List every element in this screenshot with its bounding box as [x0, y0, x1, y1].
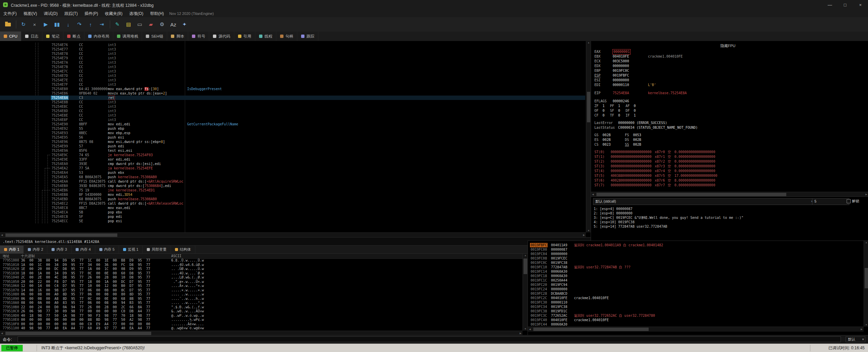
- scroll-right-icon[interactable]: ▶: [583, 233, 585, 237]
- dump-row[interactable]: 779511004098987740EAA47760A9977740EAA477…: [0, 326, 522, 331]
- disasm-row[interactable]: 75254E9255push ebp: [0, 126, 585, 131]
- menu-item[interactable]: 帮助(H): [147, 11, 167, 17]
- scrollbar-thumb[interactable]: [5, 233, 117, 237]
- register-row[interactable]: EAX00000001: [591, 49, 862, 54]
- scroll-down-icon[interactable]: ▼: [864, 323, 868, 327]
- menu-item[interactable]: 文件(F): [0, 11, 20, 17]
- stack-row[interactable]: 0019FC10772847AB返回到 user32.772847AB 自 ??…: [528, 265, 863, 269]
- dump-row[interactable]: 7795109006000800A88D95770C000E00688B9577…: [0, 297, 522, 301]
- disasm-row[interactable]: 75254E9A85F6test esi,esi: [0, 148, 585, 153]
- stack-row[interactable]: 0019FC0000000087: [528, 247, 863, 252]
- patches-button[interactable]: ▤: [123, 20, 134, 29]
- disasm-row[interactable]: 75254EA0393Ecmp dword ptr ds:[esi],edi: [0, 162, 585, 166]
- scroll-up-icon[interactable]: ▲: [586, 41, 591, 44]
- tab-log[interactable]: 日志: [21, 32, 42, 41]
- disasm-row[interactable]: 75254E860FB640 02movzx eax,byte ptr ds:[…: [0, 91, 585, 96]
- disasm-row[interactable]: 75254ECB5Fpop edi: [0, 214, 585, 219]
- stack-row[interactable]: 0019FC1400060A30: [528, 269, 863, 274]
- bottom-tab-struct[interactable]: 结构体: [171, 246, 195, 253]
- stack-row[interactable]: 0019FC0C0019FC38: [528, 261, 863, 265]
- pause-button[interactable]: ▮▮: [52, 20, 62, 29]
- disasm-row[interactable]: 75254EA568 B08A3075push kernelbase.75308…: [0, 175, 585, 179]
- disasm-row[interactable]: 75254E76CCint3: [0, 43, 585, 47]
- disasm-row[interactable]: 75254EA277 5Aja kernelbase.75254EFE: [0, 166, 585, 170]
- step-into-button[interactable]: ↓: [63, 20, 73, 29]
- fpu-register-row[interactable]: ST(2)00000000000000000000x87r2空0.0000000…: [591, 159, 862, 164]
- fpu-register-row[interactable]: ST(7)00000000000000000000x87r7空0.0000000…: [591, 183, 862, 188]
- memory-ruler-button[interactable]: ▭: [135, 20, 145, 29]
- disasm-row[interactable]: 75254EBD68 B08A3075push kernelbase.75308…: [0, 197, 585, 201]
- dump-row[interactable]: 779510B022002400D00A9477260028002C668A77…: [0, 305, 522, 310]
- scroll-left-icon[interactable]: ◀: [592, 192, 594, 197]
- favourites-button[interactable]: ✦: [179, 20, 190, 29]
- maximize-button[interactable]: □: [837, 0, 853, 10]
- disasm-row[interactable]: 75254E8AC3ret: [0, 96, 585, 100]
- disasm-row[interactable]: 75254E8064:A1 30000000mov eax,dword ptr …: [0, 87, 585, 91]
- disasm-horizontal-scrollbar[interactable]: ◀ ▶: [0, 232, 586, 237]
- minimize-button[interactable]: —: [822, 0, 837, 10]
- scroll-up-icon[interactable]: ▲: [523, 254, 528, 257]
- scroll-left-icon[interactable]: ◀: [1, 233, 3, 237]
- tab-script[interactable]: 脚本: [167, 32, 188, 41]
- command-input[interactable]: [18, 336, 841, 342]
- eflags-row[interactable]: EFLAGS00000246: [591, 99, 862, 104]
- tab-source[interactable]: 源代码: [209, 32, 234, 41]
- disasm-row[interactable]: 75254ECC5Epop esi: [0, 219, 585, 223]
- stack-horizontal-scrollbar[interactable]: ◀ ▶: [528, 327, 864, 332]
- registers-horizontal-scrollbar[interactable]: ◀ ▶: [591, 192, 868, 197]
- bottom-tab-memory-5[interactable]: 内存 5: [95, 246, 119, 253]
- fpu-register-row[interactable]: ST(5)40038800000000000000x87r5空17.000000…: [591, 173, 862, 178]
- disasm-row[interactable]: 75254E9E33FFxor edi,edi: [0, 157, 585, 162]
- dump-row[interactable]: 779510E0000000000000000088BD987750A29877…: [0, 318, 522, 322]
- disasm-row[interactable]: 75254E8DCCint3: [0, 109, 585, 113]
- register-row[interactable]: ESI00000000: [591, 78, 862, 83]
- argument-row[interactable]: 5: [esp+14] 772847AB user32.772847AB: [594, 224, 667, 229]
- bottom-tab-memory-2[interactable]: 内存 2: [24, 246, 47, 253]
- argument-count-stepper[interactable]: 5 ▴▾: [812, 198, 849, 205]
- scrollbar-thumb[interactable]: [533, 328, 649, 331]
- disasm-row[interactable]: 75254E7CCCint3: [0, 69, 585, 74]
- tab-references[interactable]: 引用: [234, 32, 255, 41]
- disasm-row[interactable]: 75254E9C74 65je kernelbase.75254F03: [0, 153, 585, 157]
- last-status-row[interactable]: LastStatusC0000034 (STATUS_OBJECT_NAME_N…: [591, 125, 862, 130]
- last-error-row[interactable]: LastError00000000 (ERROR_SUCCESS): [591, 121, 862, 125]
- disasm-row[interactable]: 75254EB675 19jne kernelbase.75254ED1: [0, 188, 585, 192]
- tab-memory-map[interactable]: 内存布局: [84, 32, 113, 41]
- disasm-row[interactable]: 75254E8FCCint3: [0, 118, 585, 122]
- disasm-row[interactable]: 75254E77CCint3: [0, 47, 585, 51]
- edit-pencil-button[interactable]: ✎: [112, 20, 122, 29]
- disasm-row[interactable]: 75254E8CCCint3: [0, 104, 585, 109]
- disasm-row[interactable]: 75254E9556push esi: [0, 135, 585, 140]
- argument-row[interactable]: 4: [esp+10] 0019FC38: [594, 220, 634, 224]
- disasm-row[interactable]: 75254EA453push ebx: [0, 170, 585, 175]
- fpu-register-row[interactable]: ST(3)00000000000000000000x87r3空0.0000000…: [591, 164, 862, 169]
- flags-row[interactable]: CF0TF0IF1: [591, 113, 862, 118]
- disasm-row[interactable]: 75254E938BECmov ebp,esp: [0, 131, 585, 135]
- command-profile-select[interactable]: 默认 ▾: [846, 336, 865, 342]
- dump-row[interactable]: 779510003600380094D995771C001E00B8D99577…: [0, 258, 522, 263]
- register-row[interactable]: EBX004010FEcrackme1.004010FE: [591, 54, 862, 59]
- disasm-row[interactable]: 75254E7ECCint3: [0, 78, 585, 82]
- fpu-register-row[interactable]: ST(0)00000000000000000000x87r0空0.0000000…: [591, 150, 862, 154]
- bottom-tab-watch-1[interactable]: 监视 1: [119, 246, 143, 253]
- tab-handles[interactable]: 句柄: [276, 32, 297, 41]
- stack-row[interactable]: 0019FC200019FC94: [528, 283, 863, 287]
- tab-breakpoints[interactable]: 断点: [63, 32, 84, 41]
- stack-row[interactable]: 0019FC2C004010FEcrackme1.004010FE: [528, 296, 863, 300]
- scrollbar-thumb[interactable]: [5, 332, 151, 335]
- stack-row[interactable]: 0019FC380019FD1C: [528, 309, 863, 313]
- fpu-register-row[interactable]: ST(1)00000000000000000000x87r1空0.0000000…: [591, 154, 862, 159]
- hide-fpu-button[interactable]: 隐藏FPU: [718, 43, 738, 49]
- menu-item[interactable]: 视图(V): [20, 11, 40, 17]
- open-file-button[interactable]: [3, 20, 13, 29]
- bottom-tab-locals[interactable]: 局部变量: [143, 246, 171, 253]
- scrollbar-thumb[interactable]: [596, 193, 786, 196]
- argument-row[interactable]: 3: [esp+C] 0019FCEC &"U潦蜡.Well done, you…: [594, 215, 743, 220]
- scrollbar-thumb[interactable]: [524, 258, 527, 274]
- dump-row[interactable]: 779510D040189877501A987790F3987770189877…: [0, 314, 522, 318]
- disasm-row[interactable]: 75254E908BFFmov edi,ediGetCurrentPackage…: [0, 122, 585, 126]
- register-row[interactable]: EDX00000000: [591, 64, 862, 68]
- disasm-row[interactable]: 75254E78CCint3: [0, 51, 585, 56]
- dump-row[interactable]: 779510402C002E004CD895772600280010D89577…: [0, 275, 522, 280]
- tab-call-stack[interactable]: 调用堆栈: [113, 32, 142, 41]
